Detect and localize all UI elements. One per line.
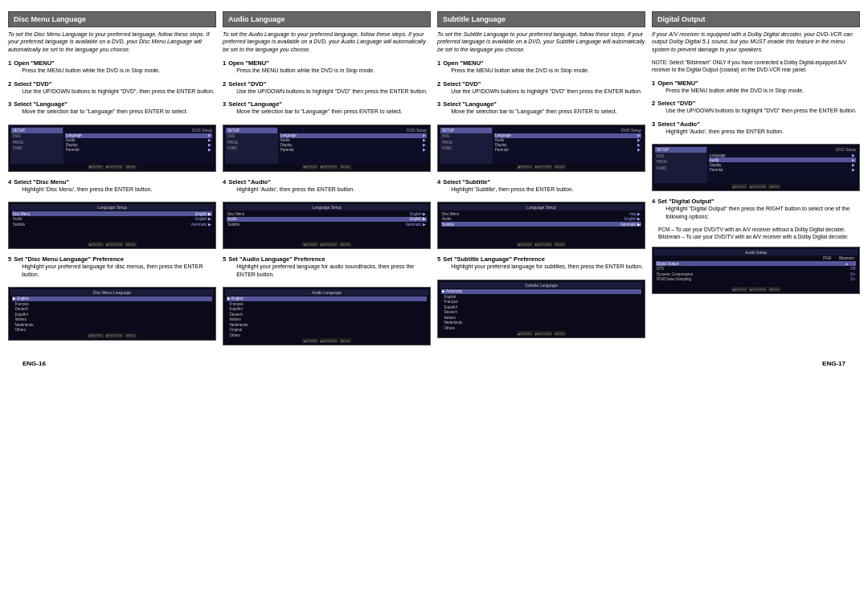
step4-title: Select "Disc Menu" bbox=[14, 178, 152, 186]
col1-intro: To set the Disc Menu Language to your pr… bbox=[8, 31, 216, 53]
col1-step3: 3 Select "Language" Move the selection b… bbox=[8, 100, 216, 115]
col2-screen1: SETUP DVD PROG FUNC DVD Setup Language▶ … bbox=[223, 125, 431, 172]
col3-step2-title: Select "DVD" bbox=[443, 80, 642, 88]
col2-step2: 2 Select "DVD" Use the UP/DOWN buttons t… bbox=[223, 80, 431, 95]
step5-body: Highlight your preferred language for di… bbox=[14, 263, 216, 278]
col2-step4-title: Select "Audio" bbox=[228, 178, 354, 186]
col2-step4: 4 Select "Audio" Highlight 'Audio', then… bbox=[223, 178, 431, 193]
col2-step5: 5 Set "Audio Language" Preference Highli… bbox=[223, 255, 431, 278]
col3-step2: 2 Select "DVD" Use the UP/DOWN buttons t… bbox=[437, 80, 645, 95]
col1-screen1: SETUP DVD PROG FUNC DVD Setup Language▶ … bbox=[8, 125, 216, 172]
col3-screen3: Subtitle Language ▶ Automatic English Fr… bbox=[437, 280, 645, 339]
col3-step2-body: Use the UP/DOWN buttons to highlight "DV… bbox=[443, 88, 642, 95]
col3-screen2: Language Setup Disc MenuIndy ▶ AudioEngl… bbox=[437, 202, 645, 249]
footer-right: ENG-17 bbox=[822, 360, 845, 367]
col4-header: Digital Output bbox=[652, 11, 860, 27]
col-subtitle: Subtitle Language To set the Subtitle La… bbox=[437, 11, 645, 349]
col1-step2: 2 Select "DVD" Use the UP/DOWN buttons t… bbox=[8, 80, 216, 95]
col4-note: NOTE: Select "Bitstream" ONLY if you hav… bbox=[652, 59, 860, 74]
footer-left: ENG-16 bbox=[23, 360, 46, 367]
col2-header: Audio Language bbox=[223, 11, 431, 27]
col3-step4: 4 Select "Subtitle" Highlight 'Subtitle'… bbox=[437, 178, 645, 193]
col2-screen3: Audio Language ▶ English Français Españo… bbox=[223, 287, 431, 346]
col1-step1: 1 Open "MENU" Press the MENU button whil… bbox=[8, 59, 216, 74]
col4-step2-body: Use the UP/DOWN buttons to highlight "DV… bbox=[657, 107, 857, 114]
col3-step1: 1 Open "MENU" Press the MENU button whil… bbox=[437, 59, 645, 74]
col3-step5-title: Set "Subtitle Language" Preference bbox=[443, 255, 643, 263]
col2-step1: 1 Open "MENU" Press the MENU button whil… bbox=[223, 59, 431, 74]
step3-body: Move the selection bar to "Language" the… bbox=[14, 108, 188, 115]
col3-step3-title: Select "Language" bbox=[443, 100, 617, 108]
col4-step3-body: Highlight 'Audio', then press the ENTER … bbox=[657, 128, 784, 135]
col4-screen1: SETUP DVD PROG FUNC DVD Setup Language▶ … bbox=[652, 144, 860, 191]
col-disc-menu: Disc Menu Language To set the Disc Menu … bbox=[8, 11, 216, 349]
col3-step5-body: Highlight your preferred language for su… bbox=[443, 263, 643, 270]
col2-step4-body: Highlight 'Audio', then press the ENTER … bbox=[228, 186, 354, 193]
col4-step1: 1 Open "MENU" Press the MENU button whil… bbox=[652, 80, 860, 94]
col3-intro: To set the Subtitle Language to your pre… bbox=[437, 31, 645, 53]
col4-step4: 4 Set "Digital Output" Highlight "Digita… bbox=[652, 198, 860, 220]
col2-step5-title: Set "Audio Language" Preference bbox=[228, 255, 431, 263]
col4-bullet1: PCM – To use your DVD/TV with an A/V rec… bbox=[652, 226, 860, 240]
page-content: Disc Menu Language To set the Disc Menu … bbox=[6, 8, 862, 370]
col2-step5-body: Highlight your preferred language for au… bbox=[228, 263, 431, 278]
col4-screen2: Audio Setup PCM Bitstream Digital Output… bbox=[652, 247, 860, 294]
col3-header: Subtitle Language bbox=[437, 11, 645, 27]
step5-title: Set "Disc Menu Language" Preference bbox=[14, 255, 216, 263]
step4-body: Highlight 'Disc Menu', then press the EN… bbox=[14, 186, 152, 193]
col3-step4-title: Select "Subtitle" bbox=[443, 178, 573, 186]
col2-step2-title: Select "DVD" bbox=[228, 80, 428, 88]
col4-step4-title: Set "Digital Output" bbox=[657, 198, 860, 205]
col1-screen3: Disc Menu Language ▶ English Français De… bbox=[8, 287, 216, 341]
page-footer: ENG-16 ENG-17 bbox=[6, 357, 862, 370]
col3-step4-body: Highlight 'Subtitle', then press the ENT… bbox=[443, 186, 573, 193]
col4-step3-title: Select "Audio" bbox=[657, 121, 784, 128]
col4-step3: 3 Select "Audio" Highlight 'Audio', then… bbox=[652, 121, 860, 135]
col2-step1-title: Open "MENU" bbox=[228, 59, 375, 67]
col4-step1-title: Open "MENU" bbox=[657, 80, 804, 87]
col2-step3: 3 Select "Language" Move the selection b… bbox=[223, 100, 431, 115]
step2-body: Use the UP/DOWN buttons to highlight "DV… bbox=[14, 88, 215, 95]
step3-title: Select "Language" bbox=[14, 100, 188, 108]
col2-step3-title: Select "Language" bbox=[228, 100, 403, 108]
col3-step1-title: Open "MENU" bbox=[443, 59, 589, 67]
col-digital: Digital Output If your A/V receiver is e… bbox=[652, 11, 860, 349]
col3-step3-body: Move the selection bar to "Language" the… bbox=[443, 108, 617, 115]
col4-step4-body: Highlight "Digital Output" then press th… bbox=[657, 205, 860, 220]
col4-intro: If your A/V receiver is equipped with a … bbox=[652, 31, 860, 53]
col3-step1-body: Press the MENU button while the DVD is i… bbox=[443, 67, 589, 74]
col2-step2-body: Use the UP/DOWN buttons to highlight "DV… bbox=[228, 88, 428, 95]
col4-step2-title: Select "DVD" bbox=[657, 100, 857, 107]
col1-step4: 4 Select "Disc Menu" Highlight 'Disc Men… bbox=[8, 178, 216, 193]
main-columns: Disc Menu Language To set the Disc Menu … bbox=[6, 8, 862, 352]
col-audio: Audio Language To set the Audio Language… bbox=[223, 11, 431, 349]
col2-intro: To set the Audio Language to your prefer… bbox=[223, 31, 431, 53]
col2-step3-body: Move the selection bar to "Language" the… bbox=[228, 108, 403, 115]
col1-screen2: Language Setup Disc MenuEnglish ▶ AudioE… bbox=[8, 202, 216, 249]
step2-title: Select "DVD" bbox=[14, 80, 215, 88]
col2-step1-body: Press the MENU button while the DVD is i… bbox=[228, 67, 375, 74]
col2-screen2: Language Setup Disc MenuEnglish ▶ AudioE… bbox=[223, 202, 431, 249]
col3-screen1: SETUP DVD PROG FUNC DVD Setup Language▶ … bbox=[437, 125, 645, 172]
col3-step5: 5 Set "Subtitle Language" Preference Hig… bbox=[437, 255, 645, 270]
col4-step2: 2 Select "DVD" Use the UP/DOWN buttons t… bbox=[652, 100, 860, 114]
col3-step3: 3 Select "Language" Move the selection b… bbox=[437, 100, 645, 115]
col1-step5: 5 Set "Disc Menu Language" Preference Hi… bbox=[8, 255, 216, 278]
col4-step1-body: Press the MENU button while the DVD is i… bbox=[657, 87, 804, 94]
step1-body: Press the MENU button while the DVD is i… bbox=[14, 67, 160, 74]
col1-header: Disc Menu Language bbox=[8, 11, 216, 27]
step1-title: Open "MENU" bbox=[14, 59, 160, 67]
